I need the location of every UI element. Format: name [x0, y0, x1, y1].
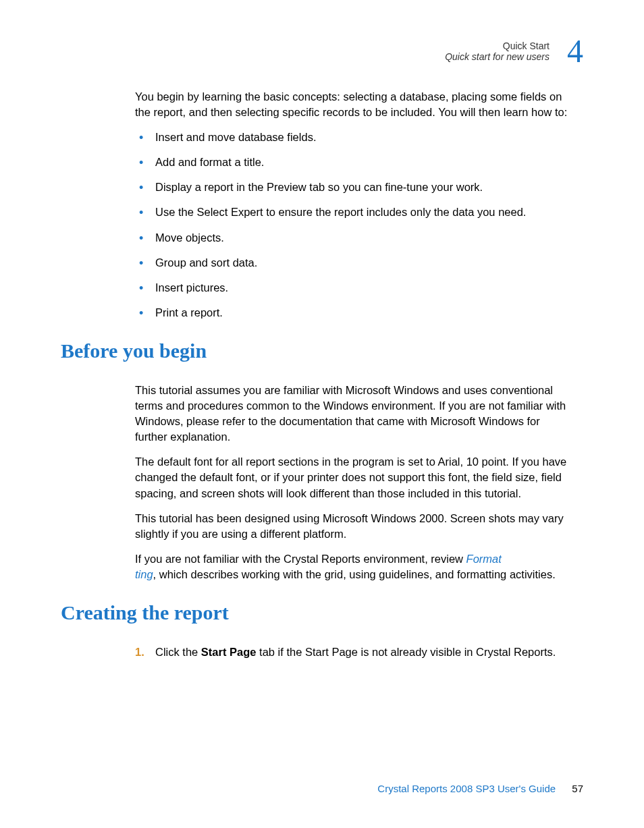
- footer-doc-title: Crystal Reports 2008 SP3 User's Guide: [377, 783, 556, 794]
- header-chapter-label: Quick Start: [61, 40, 549, 51]
- body-paragraph: This tutorial assumes you are familiar w…: [135, 383, 570, 445]
- list-item: Add and format a title.: [135, 155, 570, 170]
- list-item: Print a report.: [135, 305, 570, 321]
- heading-creating-the-report: Creating the report: [61, 601, 570, 624]
- list-item: Display a report in the Preview tab so y…: [135, 180, 570, 195]
- text-fragment: Click the: [155, 646, 201, 658]
- link-formatting[interactable]: Format: [466, 553, 502, 565]
- list-item: Move objects.: [135, 230, 570, 246]
- link-formatting-cont[interactable]: ting: [135, 568, 153, 580]
- body-paragraph: This tutorial has been designed using Mi…: [135, 511, 570, 542]
- text-fragment: tab if the Start Page is not already vis…: [256, 646, 556, 658]
- list-item: Group and sort data.: [135, 255, 570, 271]
- page-header: Quick Start Quick start for new users 4: [61, 40, 583, 62]
- header-section-label: Quick start for new users: [61, 51, 549, 62]
- heading-before-you-begin: Before you begin: [61, 339, 570, 362]
- steps-list: 1. Click the Start Page tab if the Start…: [135, 644, 570, 660]
- page-footer: Crystal Reports 2008 SP3 User's Guide 57: [377, 783, 583, 794]
- step-number: 1.: [135, 644, 144, 660]
- chapter-number: 4: [567, 32, 583, 70]
- intro-paragraph: You begin by learning the basic concepts…: [135, 89, 570, 120]
- intro-bullet-list: Insert and move database fields. Add and…: [135, 130, 570, 321]
- list-item: Insert and move database fields.: [135, 130, 570, 145]
- list-item: Insert pictures.: [135, 280, 570, 296]
- list-item: Use the Select Expert to ensure the repo…: [135, 204, 570, 220]
- step-item: 1. Click the Start Page tab if the Start…: [135, 644, 570, 660]
- body-paragraph: If you are not familiar with the Crystal…: [135, 551, 570, 582]
- body-paragraph: The default font for all report sections…: [135, 454, 570, 501]
- text-fragment: , which describes working with the grid,…: [153, 568, 556, 580]
- text-fragment: If you are not familiar with the Crystal…: [135, 553, 466, 565]
- footer-page-number: 57: [572, 783, 583, 794]
- ui-reference-bold: Start Page: [201, 646, 257, 658]
